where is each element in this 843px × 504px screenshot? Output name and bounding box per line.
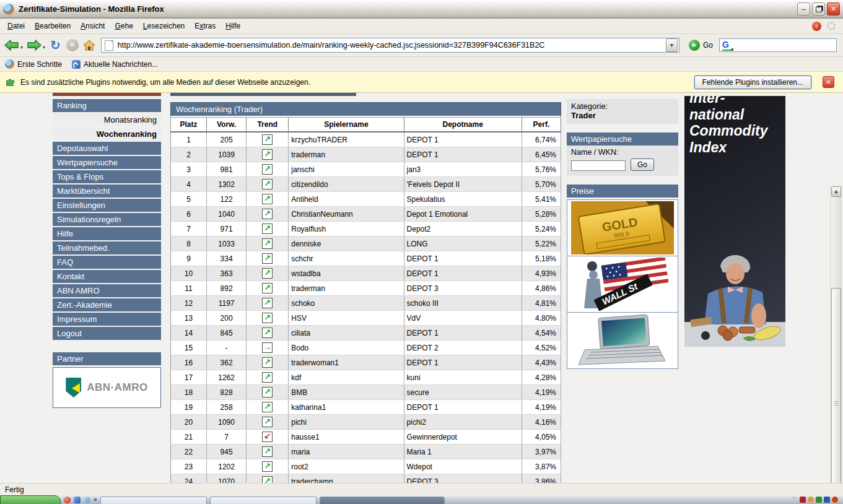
kategorie-label: Kategorie: [571,102,674,111]
restore-icon [816,7,822,12]
quick-launch-overflow-chevron[interactable]: » [94,496,97,503]
forward-dropdown-caret[interactable]: ▾ [43,45,45,50]
url-dropdown-button[interactable]: ▼ [666,38,678,52]
ranking-row-23: 231202↗root2Wdepot3,87% [171,459,561,474]
sidebar-item-monatsranking[interactable]: Monatsranking [53,113,161,126]
sidebar-items: RankingMonatsrankingWochenrankingDepotau… [53,99,161,340]
menu-hilfe[interactable]: Hilfe [221,19,245,33]
ranking-section: Wochenranking (Trader) Platz Vorw. Trend… [170,102,561,483]
wkn-go-button[interactable]: Go [631,159,654,171]
menu-bar: DateiBearbeitenAnsichtGeheLesezeichenExt… [0,19,843,34]
quick-launch-icon[interactable] [74,497,81,503]
home-button[interactable] [82,39,96,51]
taskbar-task-button[interactable] [100,497,207,504]
menubar-right-icons: ↑ [812,22,843,31]
ranking-table: Platz Vorw. Trend Spielername Depotname … [170,117,561,483]
url-input[interactable] [115,41,666,50]
trend-up-icon: ↗ [262,357,273,368]
firefox-bookmark-icon [5,59,14,69]
sidebar-item-einstellungen[interactable]: Einstellungen [53,199,161,212]
sidebar-item-faq[interactable]: FAQ [53,256,161,269]
reload-button[interactable]: ↻ [48,39,63,51]
sidebar-item-abn-amro[interactable]: ABN AMRO [53,284,161,297]
trend-up-icon: ↗ [262,298,273,308]
quick-launch-icon[interactable] [64,497,71,503]
menu-datei[interactable]: Datei [2,19,30,33]
sidebar-item-zert-akademie[interactable]: Zert.-Akademie [53,298,161,311]
sidebar-item-hilfe[interactable]: Hilfe [53,227,161,240]
scrollbar-thumb[interactable] [831,288,841,483]
install-plugins-button[interactable]: Fehlende Plugins installieren... [694,76,811,89]
trend-up-icon: ↗ [262,476,273,483]
menu-extras[interactable]: Extras [190,19,221,33]
reload-icon: ↻ [48,39,63,51]
plugin-bar-close-icon[interactable]: ✕ [823,76,834,88]
url-field[interactable]: ▼ [101,38,679,53]
ranking-row-20: 201090↗pichipichi24,16% [171,415,561,430]
trend-up-icon: ↗ [262,328,273,338]
preise-image-wallstreet[interactable]: WALL St [567,256,678,313]
close-button[interactable]: ✕ [827,2,840,15]
start-button[interactable] [0,495,61,504]
sidebar-item-kontakt[interactable]: Kontakt [53,270,161,283]
bookmark-aktuelle-nachrichten[interactable]: Aktuelle Nachrichten... [72,60,158,69]
sidebar-item-depotauswahl[interactable]: Depotauswahl [53,142,161,155]
stop-button[interactable]: ✕ [64,39,81,51]
menu-ansicht[interactable]: Ansicht [76,19,110,33]
windows-taskbar: » [0,495,843,504]
menu-bearbeiten[interactable]: Bearbeiten [30,19,76,33]
ranking-row-4: 41302↗citizendildo'Feivels Depot II5,70% [171,177,561,192]
banner-text: Inter-nationalCommodityIndex [684,96,785,156]
go-button[interactable]: ▶ Go [684,40,717,51]
restore-button[interactable] [812,2,825,15]
sidebar-item-simulationsregeln[interactable]: Simulationsregeln [53,213,161,226]
taskbar-task-button[interactable] [210,497,317,504]
back-button[interactable]: ▾ [4,38,24,52]
tray-icon[interactable] [808,497,814,503]
sidebar-item-teilnahmebed-[interactable]: Teilnahmebed. [53,241,161,254]
back-dropdown-caret[interactable]: ▾ [20,45,23,50]
go-icon: ▶ [689,40,700,51]
sidebar-item-markt-bersicht[interactable]: Marktübersicht [53,185,161,198]
menu-gehe[interactable]: Gehe [110,19,138,33]
abn-amro-logo-text: ABN·AMRO [87,381,147,394]
sidebar-item-tops-flops[interactable]: Tops & Flops [53,170,161,183]
bookmark-erste-schritte[interactable]: Erste Schritte [5,59,62,69]
ranking-header-row: Platz Vorw. Trend Spielername Depotname … [171,118,561,133]
scroll-up-icon[interactable]: ▲ [831,186,841,197]
preise-image-laptop[interactable] [567,313,678,368]
trend-up-icon: ↗ [262,209,273,219]
menu-lesezeichen[interactable]: Lesezeichen [138,19,190,33]
page-scrollbar[interactable]: ▲ ▼ [830,186,842,483]
ranking-row-21: 217↙hausse1Gewinnerdepot4,05% [171,430,561,445]
sidebar-item-ranking[interactable]: Ranking [53,99,161,112]
ranking-row-16: 16362↗traderwoman1DEPOT 14,43% [171,355,561,370]
partner-header: Partner [53,352,161,365]
taskbar-task-button[interactable] [320,497,445,504]
sidebar-item-wertpapiersuche[interactable]: Wertpapiersuche [53,156,161,169]
sidebar-item-logout[interactable]: Logout [53,327,161,340]
quick-launch-icon[interactable] [84,497,90,503]
right-panel: Kategorie: Trader Wertpapiersuche Name /… [567,99,678,369]
page-content: RankingMonatsrankingWochenrankingDepotau… [0,93,843,483]
tray-icon[interactable] [792,497,798,503]
commodity-index-banner[interactable]: Inter-nationalCommodityIndex [684,96,785,347]
forward-button[interactable]: ▾ [26,38,46,52]
abn-amro-logo[interactable]: ABN·AMRO [53,367,161,408]
wkn-search-input[interactable] [571,160,626,171]
tray-icon[interactable] [824,497,830,503]
preise-image-gold[interactable]: GOLD 999,9 [567,200,678,256]
google-search-input[interactable] [733,40,834,50]
status-text: Fertig [5,485,24,494]
sidebar-item-wochenranking[interactable]: Wochenranking [53,128,161,141]
minimize-button[interactable]: – [797,2,810,15]
update-notification-icon[interactable]: ↑ [812,22,821,31]
laptop-image [571,314,674,367]
sidebar-item-impressum[interactable]: Impressum [53,313,161,326]
tray-icon[interactable] [816,497,822,503]
google-search-field[interactable]: G▾ [719,38,837,52]
tray-icon[interactable] [832,497,838,503]
go-label: Go [703,41,713,50]
tray-icon[interactable] [800,497,806,503]
wkn-label: Name / WKN: [571,148,674,157]
